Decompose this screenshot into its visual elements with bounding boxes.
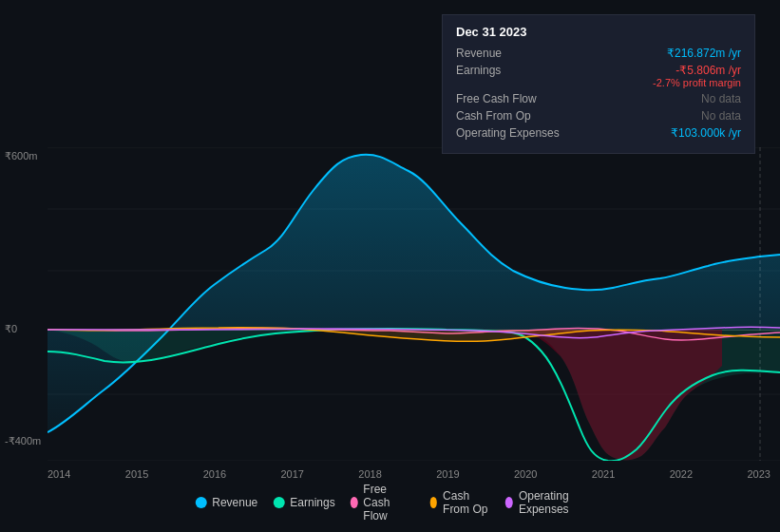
tooltip-value-cashfromop: No data xyxy=(701,109,741,123)
legend-item-fcf[interactable]: Free Cash Flow xyxy=(351,483,415,522)
tooltip-row-cashfromop: Cash From Op No data xyxy=(456,109,741,123)
tooltip-label-fcf: Free Cash Flow xyxy=(456,92,570,105)
tooltip-label-cashfromop: Cash From Op xyxy=(456,109,570,123)
tooltip-date: Dec 31 2023 xyxy=(456,25,741,39)
x-label-2022: 2022 xyxy=(670,468,693,480)
chart-svg xyxy=(48,147,780,461)
y-axis-label-neg400: -₹400m xyxy=(5,435,41,447)
tooltip-profit-margin: -2.7% profit margin xyxy=(653,77,741,88)
x-label-2018: 2018 xyxy=(358,468,381,480)
tooltip-row-opex: Operating Expenses ₹103.000k /yr xyxy=(456,126,741,140)
legend-dot-revenue xyxy=(195,497,206,508)
x-axis: 2014 2015 2016 2017 2018 2019 2020 2021 … xyxy=(48,468,770,480)
tooltip-label-revenue: Revenue xyxy=(456,47,570,60)
tooltip-value-earnings: -₹5.806m /yr xyxy=(653,64,741,77)
tooltip-value-revenue: ₹216.872m /yr xyxy=(667,47,741,60)
chart-legend: Revenue Earnings Free Cash Flow Cash Fro… xyxy=(195,483,585,522)
tooltip-label-earnings: Earnings xyxy=(456,64,570,88)
neg-earnings-fill xyxy=(513,330,722,460)
tooltip-row-revenue: Revenue ₹216.872m /yr xyxy=(456,47,741,60)
legend-label-revenue: Revenue xyxy=(212,496,257,509)
tooltip-value-opex: ₹103.000k /yr xyxy=(671,126,741,140)
tooltip-label-opex: Operating Expenses xyxy=(456,126,570,140)
legend-dot-earnings xyxy=(273,497,284,508)
legend-label-earnings: Earnings xyxy=(290,496,334,509)
legend-label-opex: Operating Expenses xyxy=(519,489,585,516)
legend-item-cashfromop[interactable]: Cash From Op xyxy=(429,489,490,516)
x-label-2014: 2014 xyxy=(48,468,70,480)
x-label-2020: 2020 xyxy=(514,468,537,480)
y-axis-label-600: ₹600m xyxy=(5,150,38,162)
x-label-2023: 2023 xyxy=(747,468,770,480)
x-label-2021: 2021 xyxy=(592,468,615,480)
tooltip-panel: Dec 31 2023 Revenue ₹216.872m /yr Earnin… xyxy=(442,14,755,154)
legend-item-revenue[interactable]: Revenue xyxy=(195,496,257,509)
tooltip-row-earnings: Earnings -₹5.806m /yr -2.7% profit margi… xyxy=(456,64,741,88)
x-label-2015: 2015 xyxy=(125,468,148,480)
x-label-2019: 2019 xyxy=(436,468,459,480)
legend-dot-opex xyxy=(505,497,513,508)
x-label-2017: 2017 xyxy=(280,468,303,480)
legend-label-cashfromop: Cash From Op xyxy=(443,489,490,516)
y-axis-label-0: ₹0 xyxy=(5,323,17,335)
legend-item-earnings[interactable]: Earnings xyxy=(273,496,334,509)
legend-label-fcf: Free Cash Flow xyxy=(363,483,414,522)
legend-dot-fcf xyxy=(351,497,358,508)
legend-item-opex[interactable]: Operating Expenses xyxy=(505,489,585,516)
tooltip-row-fcf: Free Cash Flow No data xyxy=(456,92,741,105)
legend-dot-cashfromop xyxy=(429,497,437,508)
x-label-2016: 2016 xyxy=(203,468,226,480)
tooltip-value-fcf: No data xyxy=(701,92,741,105)
